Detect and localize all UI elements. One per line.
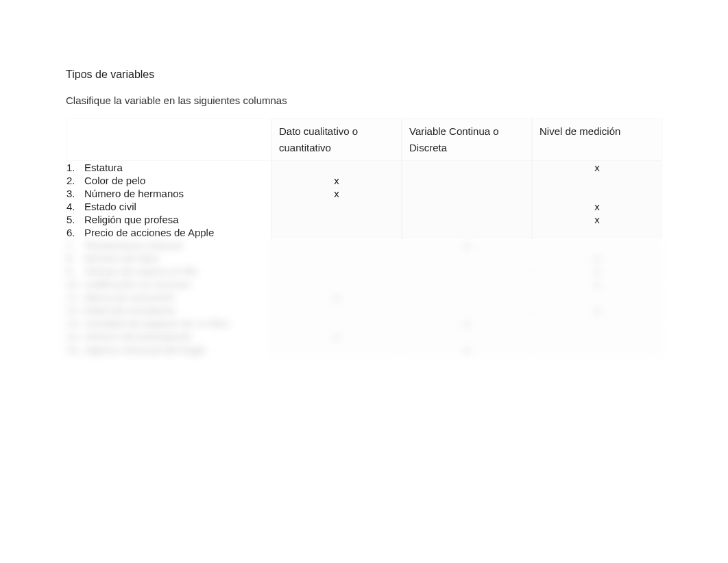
row-number: 2. [66, 174, 84, 187]
mark-cell-c4: x [532, 278, 662, 291]
table-row: 12.Edad del estudiantex [66, 304, 662, 317]
header-col2: Dato cualitativo o cuantitativo [271, 118, 402, 161]
mark-cell-c4 [532, 291, 662, 304]
mark-cell-c3 [402, 226, 532, 239]
variable-cell: 2.Color de pelo [66, 174, 271, 187]
mark-cell-c4: x [532, 200, 662, 213]
row-number: 8. [66, 252, 84, 265]
mark-cell-c2 [271, 226, 402, 239]
mark-cell-c4: x [532, 265, 662, 278]
header-col4: Nivel de medición [532, 118, 662, 161]
row-number: 5. [66, 213, 84, 226]
variable-cell: 6.Precio de acciones de Apple [66, 226, 271, 239]
mark-cell-c2 [271, 161, 402, 174]
row-label: Temperatura corporal [84, 239, 271, 252]
variable-cell: 7.Temperatura corporal [66, 239, 271, 252]
row-number: 4. [66, 200, 84, 213]
variable-cell: 4.Estado civil [66, 200, 271, 213]
variable-cell: 13.Cantidad de páginas de un libro [66, 317, 271, 330]
row-number: 15. [66, 343, 84, 356]
table-row: 13.Cantidad de páginas de un librox [66, 317, 662, 330]
row-number: 14. [66, 330, 84, 343]
table-wrapper: Dato cualitativo o cuantitativo Variable… [66, 118, 662, 356]
mark-cell-c3 [402, 213, 532, 226]
mark-cell-c3: x [402, 239, 532, 252]
mark-cell-c4: x [532, 213, 662, 226]
row-label: Número de hijos [84, 252, 271, 265]
mark-cell-c3: x [402, 317, 532, 330]
row-label: Calificación en examen [84, 278, 271, 291]
variable-cell: 9.Tiempo de espera en fila [66, 265, 271, 278]
table-row: 5.Religión que profesax [66, 213, 662, 226]
mark-cell-c2 [271, 343, 402, 356]
header-row: Dato cualitativo o cuantitativo Variable… [66, 118, 662, 161]
variable-cell: 5.Religión que profesa [66, 213, 271, 226]
row-number: 6. [66, 226, 84, 239]
mark-cell-c2 [271, 213, 402, 226]
mark-cell-c4 [532, 317, 662, 330]
mark-cell-c2 [271, 265, 402, 278]
variable-cell: 15.Ingreso mensual del hogar [66, 343, 271, 356]
variable-cell: 12.Edad del estudiante [66, 304, 271, 317]
mark-cell-c4 [532, 343, 662, 356]
table-row: 1.Estaturax [66, 161, 662, 174]
mark-cell-c4: x [532, 252, 662, 265]
row-number: 1. [66, 161, 84, 174]
mark-cell-c2 [271, 239, 402, 252]
mark-cell-c4 [532, 187, 662, 200]
mark-cell-c3 [402, 200, 532, 213]
mark-cell-c4 [532, 330, 662, 343]
mark-cell-c3: x [402, 343, 532, 356]
document-container: Tipos de variables Clasifique la variabl… [0, 0, 728, 356]
row-label: Cantidad de páginas de un libro [84, 317, 271, 330]
table-row: 4.Estado civilx [66, 200, 662, 213]
variable-cell: 8.Número de hijos [66, 252, 271, 265]
row-label: Tiempo de espera en fila [84, 265, 271, 278]
mark-cell-c2 [271, 252, 402, 265]
mark-cell-c3 [402, 304, 532, 317]
variables-table: Dato cualitativo o cuantitativo Variable… [66, 118, 662, 356]
row-number: 7. [66, 239, 84, 252]
mark-cell-c3 [402, 252, 532, 265]
header-col3: Variable Continua o Discreta [402, 118, 532, 161]
mark-cell-c3 [402, 174, 532, 187]
row-label: Estado civil [84, 200, 271, 213]
table-row: 8.Número de hijosx [66, 252, 662, 265]
mark-cell-c2: x [271, 187, 402, 200]
row-number: 11. [66, 291, 84, 304]
mark-cell-c4 [532, 226, 662, 239]
mark-cell-c3 [402, 330, 532, 343]
row-label: Estatura [84, 161, 271, 174]
table-row: 9.Tiempo de espera en filax [66, 265, 662, 278]
mark-cell-c2: x [271, 330, 402, 343]
mark-cell-c4 [532, 174, 662, 187]
row-label: Edad del estudiante [84, 304, 271, 317]
mark-cell-c4: x [532, 304, 662, 317]
row-number: 9. [66, 265, 84, 278]
variable-cell: 1.Estatura [66, 161, 271, 174]
row-label: Género del participante [84, 330, 271, 343]
table-row: 10.Calificación en examenx [66, 278, 662, 291]
variable-cell: 14.Género del participante [66, 330, 271, 343]
page-subtitle: Clasifique la variable en las siguientes… [66, 95, 662, 106]
row-number: 13. [66, 317, 84, 330]
row-number: 10. [66, 278, 84, 291]
row-label: Ingreso mensual del hogar [84, 343, 271, 356]
variable-cell: 10.Calificación en examen [66, 278, 271, 291]
table-row: 14.Género del participantex [66, 330, 662, 343]
row-label: Precio de acciones de Apple [84, 226, 271, 239]
table-row: 11.Marca de automóvilx [66, 291, 662, 304]
mark-cell-c4: x [532, 161, 662, 174]
row-label: Marca de automóvil [84, 291, 271, 304]
mark-cell-c3 [402, 278, 532, 291]
row-label: Número de hermanos [84, 187, 271, 200]
mark-cell-c2 [271, 317, 402, 330]
mark-cell-c4 [532, 239, 662, 252]
mark-cell-c3 [402, 265, 532, 278]
mark-cell-c2 [271, 200, 402, 213]
table-row: 7.Temperatura corporalx [66, 239, 662, 252]
table-row: 15.Ingreso mensual del hogarx [66, 343, 662, 356]
mark-cell-c2 [271, 278, 402, 291]
mark-cell-c3 [402, 291, 532, 304]
mark-cell-c2: x [271, 174, 402, 187]
